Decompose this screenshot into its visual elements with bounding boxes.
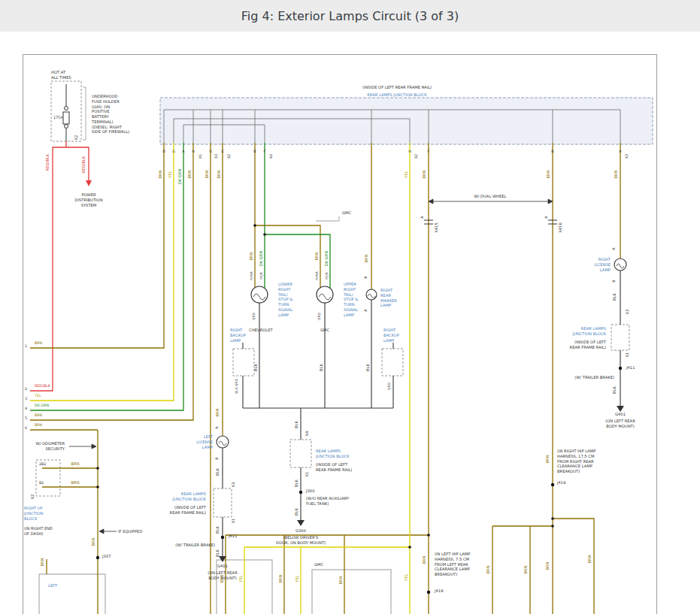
diagram-label: BRN: [158, 170, 163, 178]
wiring-diagram: HOT AT ALL TIMES175AUNDERHOOD FUSE HOLDE…: [0, 0, 700, 614]
diagram-label: B: [215, 457, 220, 459]
diagram-label: DK GRN: [177, 169, 183, 185]
diagram-label: GRD: [387, 383, 392, 390]
annotation-arrows: [69, 199, 553, 534]
diagram-label: RIGHT REAR MARKER LAMP: [380, 288, 397, 308]
diagram-label: X415: [434, 222, 439, 232]
diagram-label: BRN: [205, 170, 210, 178]
diagram-label: REAR LAMPS JUNCTION BLOCK: [316, 449, 350, 459]
diagram-label: YEL: [295, 575, 300, 582]
diagram-label: F: [428, 150, 430, 154]
page: Fig 4: Exterior Lamps Circuit (3 of 3): [0, 0, 700, 614]
diagram-label: X2: [414, 154, 419, 159]
diagram-label: (IN RIGHT HIP LAMP HARNESS, 17.5 CM FROM…: [557, 449, 595, 474]
diagram-label: DK GRN: [35, 404, 49, 408]
diagram-label: 2B2: [39, 462, 46, 467]
diagram-label: (ON LEFT REAR BODY MOUNT): [605, 419, 635, 429]
diagram-label: F: [264, 150, 266, 154]
diagram-label: BLK GRD: [235, 379, 239, 394]
diagram-label: BRN: [71, 461, 79, 467]
diagram-label: BLK: [365, 364, 371, 371]
diagram-label: BRN: [422, 170, 427, 178]
diagram-label: B: [364, 276, 368, 278]
diagram-label: A: [420, 216, 425, 218]
diagram-label: BRN: [486, 565, 491, 573]
diagram-label: A: [364, 309, 368, 311]
diagram-label: A: [215, 426, 220, 428]
diagram-label: 3: [25, 397, 27, 401]
diagram-label: BRN: [35, 341, 42, 346]
diagram-label: G: [209, 150, 212, 154]
diagram-label: X3: [231, 482, 236, 488]
diagram-label: BLK: [215, 526, 220, 534]
diagram-label: W/ ODOMETER SECURITY: [36, 441, 65, 452]
diagram-label: BLK: [294, 508, 299, 516]
diagram-label: (INSIDE OF LEFT REAR FRAME RAIL): [570, 340, 606, 350]
diagram-label: GMC: [320, 328, 329, 333]
diagram-label: (IN LEFT HIP LAMP HARNESS, 7.5 CM FROM L…: [435, 552, 470, 577]
diagram-label: GRD: [317, 313, 322, 320]
diagram-label: BLK: [612, 386, 617, 394]
diagram-label: W/ DUAL WHEEL: [474, 194, 507, 199]
diagram-label: 5: [25, 416, 27, 421]
diagram-label: RED/BLK: [81, 156, 86, 173]
diagram-label: YEL: [168, 171, 173, 177]
diagram-label: GMC: [342, 210, 351, 216]
diagram-label: X1: [625, 352, 630, 358]
diagram-label: (IN RIGHT END OF DASH): [24, 526, 53, 537]
solid-component-boxes: [39, 560, 391, 614]
diagram-label: BRN: [545, 561, 550, 570]
diagram-label: X1: [305, 472, 310, 477]
diagram-label: BRN: [91, 537, 96, 546]
diagram-label: BLK: [294, 421, 299, 428]
diagram-label: G401: [615, 412, 626, 417]
diagram-label: BLK: [253, 364, 259, 371]
diagram-label: LEFT LICENSE LAMP: [196, 434, 213, 449]
diagram-label: X4: [305, 431, 310, 437]
diagram-label: BRN: [217, 170, 222, 178]
diagram-label: X416: [558, 222, 563, 232]
fuse-symbol: [63, 84, 86, 141]
diagram-label: (INSIDE OF LEFT REAR FRAME RAIL): [170, 505, 206, 516]
diagram-label: G300: [295, 528, 306, 534]
diagram-label: REAR LAMPS JUNCTION BLOCK: [172, 492, 206, 502]
diagram-label: DK GRN: [324, 251, 329, 267]
diagram-label: X4: [269, 154, 274, 159]
diagram-label: A: [544, 216, 549, 218]
yellow-wires: [30, 143, 410, 614]
diagram-label: J411: [626, 365, 635, 371]
black-wires: [223, 220, 620, 556]
diagram-label: 4: [25, 407, 27, 411]
diagram-label: BRN: [35, 423, 42, 428]
diagram-label: B: [551, 150, 553, 154]
diagram-label: 1: [25, 344, 27, 349]
diagram-label: BLK: [294, 479, 299, 487]
diagram-label: BRN: [215, 408, 220, 416]
power-distribution-arrow: [86, 180, 92, 186]
diagram-label: BRN: [422, 555, 427, 564]
diagram-label: B: [612, 280, 617, 282]
diagram-label: BRN: [249, 252, 254, 260]
diagram-label: UNDERHOOD FUSE HOLDER (GAS: ON POSITIVE …: [92, 94, 129, 135]
diagram-label: IF EQUIPPED: [118, 529, 142, 534]
diagram-label: BLK: [319, 364, 324, 371]
diagram-label: X2: [227, 154, 232, 159]
diagram-label: YEL: [404, 171, 409, 177]
diagram-label: H: [192, 150, 195, 154]
junction-block-boxes: [160, 98, 653, 144]
diagram-label: X1: [231, 519, 236, 524]
diagram-label: BLK: [215, 468, 220, 476]
diagram-label: A: [612, 247, 617, 250]
diagram-label: DK GRN: [259, 251, 264, 267]
diagram-label: REAR LAMPS JUNCTION BLOCK: [367, 92, 426, 98]
diagram-label: E: [221, 150, 223, 154]
diagram-label: YEL: [35, 394, 41, 398]
diagram-label: BLK: [215, 549, 220, 557]
diagram-label: GRD: [252, 313, 256, 320]
diagram-label: RIGHT LICENSE LAMP: [594, 257, 611, 272]
diagram-label: RIGHT BACKUP LAMP: [383, 328, 399, 343]
diagram-label: BRN: [546, 170, 551, 178]
diagram-label: BRN: [71, 480, 79, 485]
diagram-label: RED/BLK: [35, 384, 50, 389]
diagram-label: BRN: [614, 170, 619, 178]
